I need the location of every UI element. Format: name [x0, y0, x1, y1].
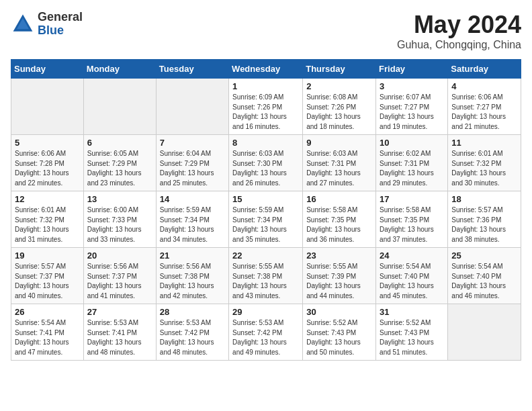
- day-number: 24: [380, 250, 444, 261]
- calendar-cell: 24Sunrise: 5:54 AM Sunset: 7:40 PM Dayli…: [376, 248, 448, 304]
- title-block: May 2024 Guhua, Chongqing, China: [397, 11, 521, 51]
- day-number: 22: [232, 250, 299, 261]
- day-number: 3: [380, 81, 444, 91]
- day-info: Sunrise: 6:01 AM Sunset: 7:32 PM Dayligh…: [15, 205, 80, 244]
- calendar-cell: 2Sunrise: 6:08 AM Sunset: 7:26 PM Daylig…: [303, 79, 376, 135]
- day-number: 2: [306, 81, 372, 91]
- day-info: Sunrise: 6:03 AM Sunset: 7:31 PM Dayligh…: [306, 149, 372, 188]
- day-number: 6: [87, 138, 152, 148]
- header-saturday: Saturday: [448, 60, 521, 79]
- day-number: 11: [451, 138, 517, 148]
- main-title: May 2024: [397, 11, 521, 39]
- calendar-cell: 1Sunrise: 6:09 AM Sunset: 7:26 PM Daylig…: [229, 79, 303, 135]
- page-header: General Blue May 2024 Guhua, Chongqing, …: [11, 11, 521, 51]
- calendar-cell: 6Sunrise: 6:05 AM Sunset: 7:29 PM Daylig…: [83, 135, 156, 191]
- day-number: 27: [87, 307, 152, 317]
- day-info: Sunrise: 5:56 AM Sunset: 7:38 PM Dayligh…: [160, 262, 225, 301]
- day-info: Sunrise: 6:08 AM Sunset: 7:26 PM Dayligh…: [306, 93, 372, 132]
- calendar-week-2: 5Sunrise: 6:06 AM Sunset: 7:28 PM Daylig…: [11, 135, 521, 191]
- day-info: Sunrise: 5:57 AM Sunset: 7:37 PM Dayligh…: [15, 262, 80, 301]
- calendar-cell: 3Sunrise: 6:07 AM Sunset: 7:27 PM Daylig…: [376, 79, 448, 135]
- day-info: Sunrise: 6:05 AM Sunset: 7:29 PM Dayligh…: [87, 149, 152, 188]
- calendar-cell: 5Sunrise: 6:06 AM Sunset: 7:28 PM Daylig…: [11, 135, 84, 191]
- day-info: Sunrise: 5:52 AM Sunset: 7:43 PM Dayligh…: [306, 318, 372, 357]
- day-info: Sunrise: 5:58 AM Sunset: 7:35 PM Dayligh…: [380, 205, 444, 244]
- calendar-cell: 8Sunrise: 6:03 AM Sunset: 7:30 PM Daylig…: [229, 135, 303, 191]
- calendar-cell: 9Sunrise: 6:03 AM Sunset: 7:31 PM Daylig…: [303, 135, 376, 191]
- calendar-cell: 21Sunrise: 5:56 AM Sunset: 7:38 PM Dayli…: [156, 248, 228, 304]
- day-number: 9: [306, 138, 372, 148]
- day-info: Sunrise: 5:54 AM Sunset: 7:41 PM Dayligh…: [15, 318, 80, 357]
- day-number: 8: [232, 138, 299, 148]
- calendar-cell: 19Sunrise: 5:57 AM Sunset: 7:37 PM Dayli…: [11, 248, 84, 304]
- header-tuesday: Tuesday: [156, 60, 228, 79]
- day-info: Sunrise: 5:53 AM Sunset: 7:41 PM Dayligh…: [87, 318, 152, 357]
- day-number: 31: [380, 307, 444, 317]
- day-info: Sunrise: 5:55 AM Sunset: 7:38 PM Dayligh…: [232, 262, 299, 301]
- calendar-cell: [448, 304, 521, 361]
- calendar-cell: 20Sunrise: 5:56 AM Sunset: 7:37 PM Dayli…: [83, 248, 156, 304]
- calendar-cell: [156, 79, 228, 135]
- day-number: 15: [232, 194, 299, 204]
- header-sunday: Sunday: [11, 60, 84, 79]
- calendar-cell: 10Sunrise: 6:02 AM Sunset: 7:31 PM Dayli…: [376, 135, 448, 191]
- calendar-cell: 17Sunrise: 5:58 AM Sunset: 7:35 PM Dayli…: [376, 191, 448, 248]
- logo-icon: [11, 12, 35, 36]
- calendar-cell: 22Sunrise: 5:55 AM Sunset: 7:38 PM Dayli…: [229, 248, 303, 304]
- day-number: 4: [451, 81, 517, 91]
- day-info: Sunrise: 5:59 AM Sunset: 7:34 PM Dayligh…: [160, 205, 225, 244]
- day-number: 12: [15, 194, 80, 204]
- day-info: Sunrise: 6:02 AM Sunset: 7:31 PM Dayligh…: [380, 149, 444, 188]
- logo-blue: Blue: [38, 24, 83, 38]
- calendar-table: SundayMondayTuesdayWednesdayThursdayFrid…: [11, 59, 521, 361]
- calendar-cell: 12Sunrise: 6:01 AM Sunset: 7:32 PM Dayli…: [11, 191, 84, 248]
- day-info: Sunrise: 5:59 AM Sunset: 7:34 PM Dayligh…: [232, 205, 299, 244]
- day-number: 7: [160, 138, 225, 148]
- day-number: 16: [306, 194, 372, 204]
- day-info: Sunrise: 5:52 AM Sunset: 7:43 PM Dayligh…: [380, 318, 444, 357]
- day-info: Sunrise: 5:57 AM Sunset: 7:36 PM Dayligh…: [451, 205, 517, 244]
- day-info: Sunrise: 6:04 AM Sunset: 7:29 PM Dayligh…: [160, 149, 225, 188]
- day-info: Sunrise: 5:53 AM Sunset: 7:42 PM Dayligh…: [160, 318, 225, 357]
- calendar-week-1: 1Sunrise: 6:09 AM Sunset: 7:26 PM Daylig…: [11, 79, 521, 135]
- day-info: Sunrise: 6:06 AM Sunset: 7:27 PM Dayligh…: [451, 93, 517, 132]
- calendar-week-5: 26Sunrise: 5:54 AM Sunset: 7:41 PM Dayli…: [11, 304, 521, 361]
- day-number: 1: [232, 81, 299, 91]
- header-monday: Monday: [83, 60, 156, 79]
- day-info: Sunrise: 5:54 AM Sunset: 7:40 PM Dayligh…: [451, 262, 517, 301]
- header-thursday: Thursday: [303, 60, 376, 79]
- calendar-cell: 29Sunrise: 5:53 AM Sunset: 7:42 PM Dayli…: [229, 304, 303, 361]
- calendar-cell: 18Sunrise: 5:57 AM Sunset: 7:36 PM Dayli…: [448, 191, 521, 248]
- day-info: Sunrise: 6:06 AM Sunset: 7:28 PM Dayligh…: [15, 149, 80, 188]
- day-number: 21: [160, 250, 225, 261]
- calendar-cell: 28Sunrise: 5:53 AM Sunset: 7:42 PM Dayli…: [156, 304, 228, 361]
- logo-general: General: [38, 11, 83, 24]
- subtitle: Guhua, Chongqing, China: [397, 39, 521, 51]
- day-number: 30: [306, 307, 372, 317]
- day-info: Sunrise: 5:53 AM Sunset: 7:42 PM Dayligh…: [232, 318, 299, 357]
- header-wednesday: Wednesday: [229, 60, 303, 79]
- calendar-cell: [11, 79, 84, 135]
- calendar-cell: 7Sunrise: 6:04 AM Sunset: 7:29 PM Daylig…: [156, 135, 228, 191]
- day-number: 18: [451, 194, 517, 204]
- calendar-cell: 11Sunrise: 6:01 AM Sunset: 7:32 PM Dayli…: [448, 135, 521, 191]
- calendar-cell: 4Sunrise: 6:06 AM Sunset: 7:27 PM Daylig…: [448, 79, 521, 135]
- day-info: Sunrise: 5:58 AM Sunset: 7:35 PM Dayligh…: [306, 205, 372, 244]
- logo: General Blue: [11, 11, 83, 38]
- day-info: Sunrise: 6:01 AM Sunset: 7:32 PM Dayligh…: [451, 149, 517, 188]
- day-number: 17: [380, 194, 444, 204]
- calendar-cell: 13Sunrise: 6:00 AM Sunset: 7:33 PM Dayli…: [83, 191, 156, 248]
- day-number: 28: [160, 307, 225, 317]
- calendar-cell: 15Sunrise: 5:59 AM Sunset: 7:34 PM Dayli…: [229, 191, 303, 248]
- day-number: 26: [15, 307, 80, 317]
- day-info: Sunrise: 5:54 AM Sunset: 7:40 PM Dayligh…: [380, 262, 444, 301]
- day-info: Sunrise: 6:00 AM Sunset: 7:33 PM Dayligh…: [87, 205, 152, 244]
- day-number: 23: [306, 250, 372, 261]
- calendar-cell: 25Sunrise: 5:54 AM Sunset: 7:40 PM Dayli…: [448, 248, 521, 304]
- calendar-cell: 26Sunrise: 5:54 AM Sunset: 7:41 PM Dayli…: [11, 304, 84, 361]
- calendar-cell: 14Sunrise: 5:59 AM Sunset: 7:34 PM Dayli…: [156, 191, 228, 248]
- calendar-week-3: 12Sunrise: 6:01 AM Sunset: 7:32 PM Dayli…: [11, 191, 521, 248]
- calendar-cell: 23Sunrise: 5:55 AM Sunset: 7:39 PM Dayli…: [303, 248, 376, 304]
- day-info: Sunrise: 6:03 AM Sunset: 7:30 PM Dayligh…: [232, 149, 299, 188]
- header-friday: Friday: [376, 60, 448, 79]
